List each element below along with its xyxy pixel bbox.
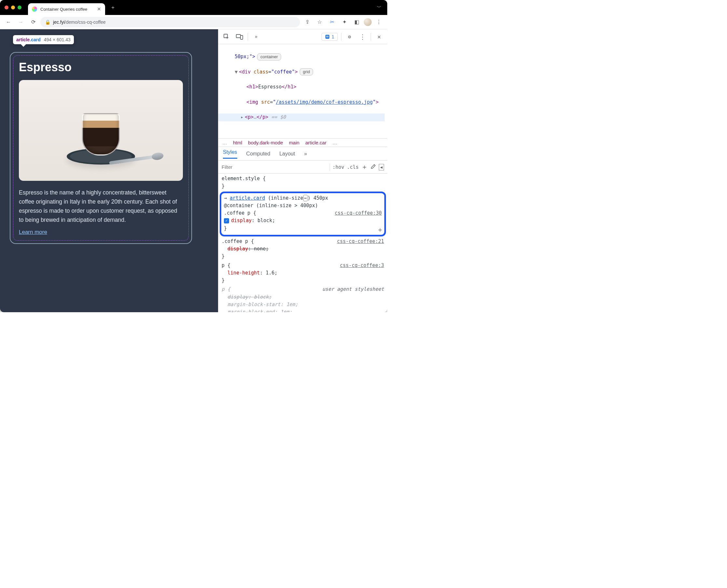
tab-title: Container Queries coffee (40, 7, 87, 12)
profile-avatar[interactable] (364, 18, 372, 26)
inline-size-icon: ↔ (303, 195, 307, 202)
svg-rect-4 (326, 36, 329, 37)
window-minimize-button[interactable] (11, 5, 15, 9)
browser-menu-button[interactable]: ⋮ (373, 17, 384, 27)
styles-filter-input[interactable] (222, 164, 327, 170)
side-panel-button[interactable]: ◧ (351, 17, 362, 27)
source-link[interactable]: css-cq-coffee:30 (335, 209, 382, 217)
svg-rect-2 (241, 36, 243, 39)
more-style-tabs[interactable]: » (304, 151, 307, 157)
learn-more-link[interactable]: Learn more (19, 229, 47, 235)
cq-rule[interactable]: → article.card (inline-size↔) 450px @con… (224, 194, 382, 232)
favicon-icon (32, 6, 37, 12)
issues-button[interactable]: 1 (322, 33, 338, 41)
new-style-rule-button[interactable]: ＋ (361, 163, 368, 171)
ua-rule[interactable]: p { user agent stylesheet display: block… (222, 286, 384, 312)
devtools-menu-button[interactable]: ⋮ (358, 32, 367, 42)
share-button[interactable]: ⇪ (302, 17, 312, 27)
window-maximize-button[interactable] (18, 5, 21, 9)
source-link[interactable]: css-cq-coffee:3 (340, 262, 384, 269)
crumb-html[interactable]: html (233, 140, 242, 145)
tab-styles[interactable]: Styles (223, 149, 237, 159)
element-inspector-tooltip: article.card 494 × 601.43 (13, 35, 74, 44)
grid-badge[interactable]: grid (300, 68, 314, 76)
forward-button[interactable]: → (16, 17, 26, 27)
property-toggle-checkbox[interactable]: ✓ (224, 218, 229, 224)
tab-close-icon[interactable]: ✕ (97, 6, 101, 12)
element-style-rule[interactable]: element.style {} (222, 175, 384, 190)
breadcrumb-overflow-left[interactable]: … (222, 140, 227, 145)
container-query-rule-highlighted: → article.card (inline-size↔) 450px @con… (220, 192, 386, 236)
tab-layout[interactable]: Layout (279, 151, 295, 157)
title-bar: Container Queries coffee ✕ ＋ ﹀ (0, 0, 387, 15)
styles-tabs: Styles Computed Layout » (218, 147, 387, 161)
devtools-close-button[interactable]: ✕ (374, 32, 384, 42)
crumb-article[interactable]: article.car (305, 140, 326, 145)
inspect-element-button[interactable] (222, 32, 231, 42)
tooltip-dimensions: 494 × 601.43 (44, 37, 70, 42)
hov-toggle[interactable]: :hov (332, 164, 344, 170)
browser-window: Container Queries coffee ✕ ＋ ﹀ ← → ⟳ 🔒 j… (0, 0, 387, 312)
selected-element-row[interactable]: ▸<p>…</p> == $0 (218, 113, 385, 121)
card-paragraph: Espresso is the name of a highly concent… (19, 188, 183, 225)
more-tabs-button[interactable]: » (251, 32, 261, 42)
source-link[interactable]: css-cq-coffee:21 (337, 238, 384, 245)
article-card: Espresso Espresso is the name of a highl… (10, 52, 192, 244)
window-close-button[interactable] (4, 5, 8, 9)
tabs-overflow-icon[interactable]: ﹀ (377, 4, 381, 10)
url-path: /demo/css-cq-coffee (65, 20, 106, 25)
breadcrumb[interactable]: … html body.dark-mode main article.car … (218, 139, 387, 147)
bookmark-button[interactable]: ☆ (315, 17, 325, 27)
add-property-button[interactable]: ＋ (377, 225, 383, 235)
tooltip-selector-tag: article (16, 37, 29, 42)
cq-container-link[interactable]: article.card (230, 195, 265, 201)
devtools-top-toolbar: » 1 ⚙ ⋮ ✕ (218, 29, 387, 44)
address-bar[interactable]: 🔒 jec.fyi/demo/css-cq-coffee (40, 17, 300, 27)
browser-tab[interactable]: Container Queries coffee ✕ (28, 3, 105, 15)
back-button[interactable]: ← (3, 17, 14, 27)
devtools-panel: » 1 ⚙ ⋮ ✕ 50px;">container ▼<div class="… (218, 29, 387, 312)
styles-filter-bar: :hov .cls ＋ ◂ (218, 161, 387, 174)
breadcrumb-overflow-right[interactable]: … (332, 140, 337, 145)
extensions-button[interactable]: ✦ (339, 17, 349, 27)
cls-toggle[interactable]: .cls (347, 164, 359, 170)
elements-tree[interactable]: 50px;">container ▼<div class="coffee">gr… (218, 44, 387, 139)
collapse-pane-button[interactable]: ◂ (379, 164, 384, 170)
svg-rect-5 (326, 37, 329, 37)
issues-count: 1 (331, 34, 334, 39)
toolbar: ← → ⟳ 🔒 jec.fyi/demo/css-cq-coffee ⇪ ☆ ✂… (0, 15, 387, 29)
device-toolbar-button[interactable] (235, 32, 244, 42)
lock-icon: 🔒 (45, 20, 51, 25)
card-heading: Espresso (19, 61, 183, 74)
settings-button[interactable]: ⚙ (345, 32, 355, 42)
webpage-viewport: article.card 494 × 601.43 Espresso Espre… (0, 29, 218, 312)
tooltip-selector-class: .card (29, 37, 40, 42)
p-rule[interactable]: p { css-cq-coffee:3 line-height: 1.6; } (222, 262, 384, 285)
svg-rect-1 (236, 35, 241, 38)
crumb-main[interactable]: main (289, 140, 300, 145)
gear-icon: ⚙ (348, 34, 351, 40)
extension-scissors-icon[interactable]: ✂︎ (327, 17, 337, 27)
styles-panel[interactable]: element.style {} → article.card (inline-… (218, 174, 387, 312)
new-tab-button[interactable]: ＋ (108, 3, 118, 12)
tab-computed[interactable]: Computed (246, 151, 270, 157)
container-badge[interactable]: container (257, 53, 281, 61)
coffee-p-rule[interactable]: .coffee p { css-cq-coffee:21 display: no… (222, 238, 384, 260)
url-domain: jec.fyi (53, 20, 65, 25)
ua-source: user agent stylesheet (322, 286, 384, 293)
reload-button[interactable]: ⟳ (28, 17, 38, 27)
paint-flash-button[interactable] (370, 164, 376, 170)
card-image (19, 80, 183, 181)
traffic-lights (4, 5, 21, 9)
crumb-body[interactable]: body.dark-mode (248, 140, 283, 145)
